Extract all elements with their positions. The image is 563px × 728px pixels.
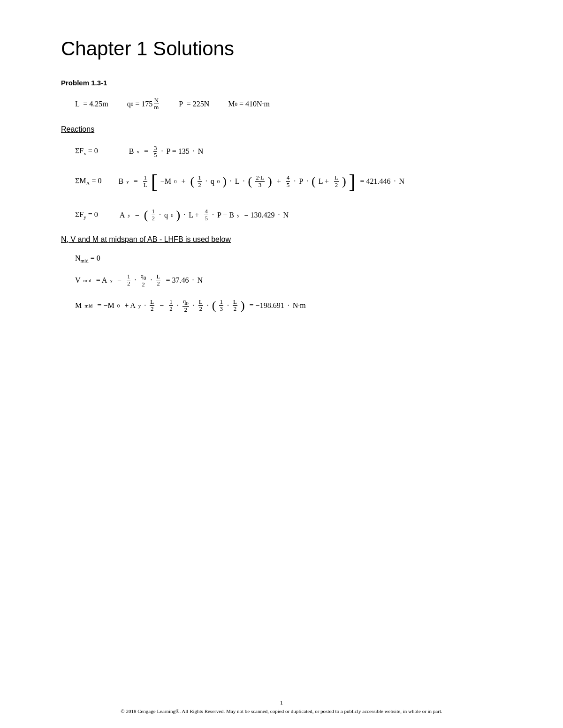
equation-fy: ΣFy = 0 Ay = ( 1 2 ·q0 ) ·L + 4 5 ·P − B… bbox=[75, 208, 507, 222]
eq2-rhs: By = 1 L [ −M0 + ( 1 2 ·q0 ) ·L· ( 2·L bbox=[119, 172, 405, 191]
problem-label: Problem 1.3-1 bbox=[61, 79, 507, 87]
equation-fx: ΣFx = 0 Bx = 3 5 ·P = 135·N bbox=[75, 145, 507, 159]
nmid-equation: Nmid = 0 bbox=[75, 254, 507, 263]
equation-ma: ΣMA = 0 By = 1 L [ −M0 + ( 1 2 ·q0 ) ·L·… bbox=[75, 172, 507, 191]
eq3-rhs: Ay = ( 1 2 ·q0 ) ·L + 4 5 ·P − By = 130.… bbox=[120, 208, 289, 222]
reactions-label: Reactions bbox=[61, 125, 507, 134]
page: Chapter 1 Solutions Problem 1.3-1 L = 4.… bbox=[0, 0, 563, 728]
eq3-lhs: ΣFy = 0 bbox=[75, 210, 98, 220]
eq2-lhs: ΣMA = 0 bbox=[75, 177, 102, 186]
footer: 1 © 2018 Cengage Learning®. All Rights R… bbox=[61, 699, 502, 714]
given-q0: q0 = 175 N m bbox=[127, 97, 160, 111]
vmid-equation: Vmid = Ay − 1 2 · q0 2 · L 2 = 37.46·N bbox=[75, 273, 507, 288]
copyright-notice: © 2018 Cengage Learning®. All Rights Res… bbox=[61, 708, 502, 714]
eq1-lhs: ΣFx = 0 bbox=[75, 147, 98, 156]
chapter-title: Chapter 1 Solutions bbox=[61, 38, 507, 60]
midspan-section-label: N, V and M at midspan of AB - LHFB is us… bbox=[61, 235, 507, 244]
given-P: P = 225N bbox=[179, 100, 209, 108]
given-M0: M0 = 410N·m bbox=[228, 100, 270, 108]
mmid-equation: Mmid = −M0 + Ay· L 2 − 1 2 · q0 2 · L 2 … bbox=[75, 298, 507, 313]
eq1-rhs: Bx = 3 5 ·P = 135·N bbox=[129, 145, 204, 159]
given-values: L = 4.25m q0 = 175 N m P = 225N M0 = 410… bbox=[75, 97, 507, 111]
given-L: L = 4.25m bbox=[75, 100, 108, 108]
page-number: 1 bbox=[61, 699, 502, 706]
